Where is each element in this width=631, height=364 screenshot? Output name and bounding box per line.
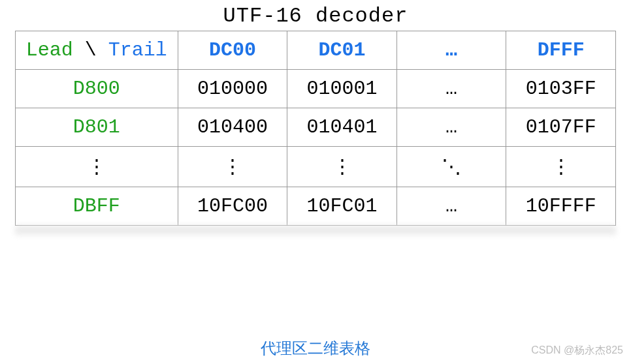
table-cell: 010400 (178, 108, 287, 147)
table-cell: 10FC00 (178, 187, 287, 226)
decoder-table: Lead \ Trail DC00 DC01 … DFFF D800 01000… (15, 31, 616, 226)
ellipsis-cell: … (396, 70, 506, 108)
col-header-ellipsis: … (396, 31, 506, 70)
row-header: DBFF (16, 187, 178, 226)
table-row: D800 010000 010001 … 0103FF (16, 70, 616, 108)
table-title: UTF-16 decoder (15, 4, 616, 28)
table-row: D801 010400 010401 … 0107FF (16, 108, 616, 147)
watermark: CSDN @杨永杰825 (531, 344, 623, 357)
decoder-table-container: UTF-16 decoder Lead \ Trail DC00 DC01 … … (15, 0, 616, 226)
col-header: DFFF (506, 31, 616, 70)
corner-cell: Lead \ Trail (16, 31, 178, 70)
table-cell: 010401 (287, 108, 397, 147)
table-cell: 010000 (178, 70, 287, 108)
table-row: DBFF 10FC00 10FC01 … 10FFFF (16, 187, 616, 226)
ellipsis-cell: … (396, 187, 506, 226)
table-cell: 0103FF (506, 70, 616, 108)
ellipsis-cell: ⋮ (178, 147, 287, 187)
trail-label: Trail (108, 39, 167, 61)
ellipsis-cell: ⋮ (287, 147, 397, 187)
row-header-ellipsis: ⋮ (16, 147, 178, 187)
figure-caption: 代理区二维表格 (261, 339, 370, 357)
header-row: Lead \ Trail DC00 DC01 … DFFF (16, 31, 616, 70)
lead-label: Lead (26, 39, 73, 61)
table-cell: 10FC01 (287, 187, 397, 226)
row-header: D800 (16, 70, 178, 108)
table-cell: 0107FF (506, 108, 616, 147)
diagonal-ellipsis-cell: ⋱ (396, 147, 506, 187)
row-header: D801 (16, 108, 178, 147)
table-shadow (15, 226, 616, 235)
ellipsis-row: ⋮ ⋮ ⋮ ⋱ ⋮ (16, 147, 616, 187)
slash-separator: \ (73, 39, 108, 61)
col-header: DC00 (178, 31, 287, 70)
ellipsis-cell: ⋮ (506, 147, 616, 187)
table-cell: 010001 (287, 70, 397, 108)
table-cell: 10FFFF (506, 187, 616, 226)
col-header: DC01 (287, 31, 397, 70)
ellipsis-cell: … (396, 108, 506, 147)
